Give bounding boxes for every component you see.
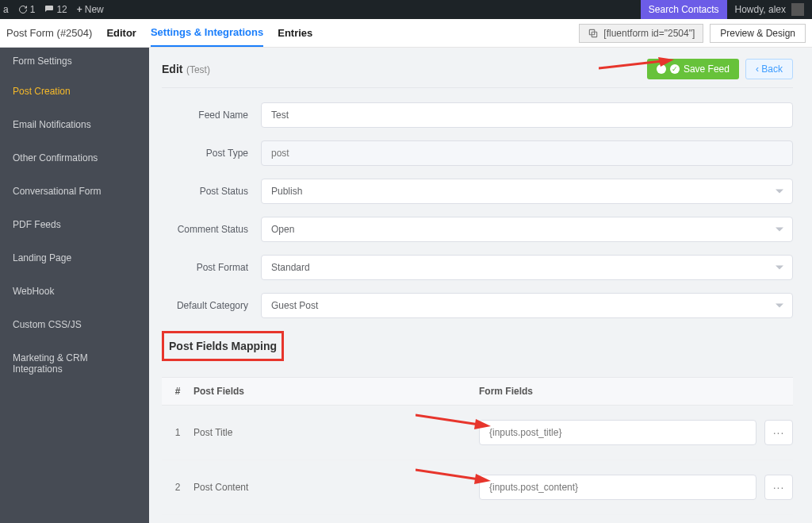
row-idx: 2: [162, 482, 193, 493]
label-post-format: Post Format: [162, 262, 261, 273]
new-label: New: [85, 4, 104, 15]
sidebar-item-conversational-form[interactable]: Conversational Form: [0, 175, 149, 208]
tab-entries[interactable]: Entries: [278, 20, 312, 46]
mapping-row: 2 Post Content ···: [162, 460, 793, 515]
label-post-status: Post Status: [162, 186, 261, 197]
label-comment-status: Comment Status: [162, 224, 261, 235]
select-post-format[interactable]: [261, 255, 793, 280]
page-title: Post Form (#2504): [6, 27, 92, 39]
shortcode-text: [fluentform id="2504"]: [603, 28, 695, 39]
row-form-field-input[interactable]: [479, 420, 756, 445]
page-header: Post Form (#2504) Editor Settings & Inte…: [0, 19, 812, 48]
howdy-text: Howdy, alex: [735, 4, 786, 15]
select-comment-status[interactable]: [261, 217, 793, 242]
comment-icon: [44, 5, 54, 14]
row-more-button[interactable]: ···: [764, 420, 793, 445]
mapping-table-head: # Post Fields Form Fields: [162, 377, 793, 406]
col-head-form-fields: Form Fields: [479, 386, 793, 397]
mapping-row: 3 Post Excerpt ···: [162, 515, 793, 523]
edit-subtitle: (Test): [186, 64, 210, 75]
input-feed-name[interactable]: [261, 102, 793, 128]
sidebar-item-landing-page[interactable]: Landing Page: [0, 241, 149, 275]
preview-design-button[interactable]: Preview & Design: [710, 24, 806, 43]
admin-bar-site-cut[interactable]: a: [3, 4, 9, 15]
settings-sidebar: Form Settings Post Creation Email Notifi…: [0, 48, 149, 523]
row-form-field-input[interactable]: [479, 475, 756, 500]
wp-admin-bar: a 1 12 + New Search Contacts Howdy, alex: [0, 0, 812, 19]
label-post-type: Post Type: [162, 148, 261, 159]
sidebar-item-email-notifications[interactable]: Email Notifications: [0, 108, 149, 141]
select-default-category[interactable]: [261, 293, 793, 318]
save-feed-label: Save Feed: [684, 63, 730, 75]
update-icon: [18, 5, 28, 14]
admin-bar-comments[interactable]: 12: [44, 4, 67, 15]
sidebar-item-marketing-crm[interactable]: Marketing & CRM Integrations: [0, 341, 149, 386]
edit-title: Edit: [162, 63, 182, 75]
check-icon: ✓: [670, 64, 680, 74]
label-feed-name: Feed Name: [162, 110, 261, 121]
select-post-status[interactable]: [261, 179, 793, 204]
mapping-row: 1 Post Title ···: [162, 406, 793, 460]
back-label: Back: [761, 63, 783, 75]
shortcode-button[interactable]: [fluentform id="2504"]: [579, 24, 703, 43]
updates-count: 1: [30, 4, 36, 15]
plus-icon: +: [77, 4, 82, 15]
sidebar-item-webhook[interactable]: WebHook: [0, 275, 149, 308]
sidebar-item-custom-css-js[interactable]: Custom CSS/JS: [0, 308, 149, 341]
svg-line-6: [416, 470, 479, 479]
back-button[interactable]: ‹ Back: [745, 59, 793, 79]
row-more-button[interactable]: ···: [764, 475, 793, 500]
tab-editor[interactable]: Editor: [106, 20, 136, 46]
search-contacts-button[interactable]: Search Contacts: [641, 0, 727, 19]
howdy-user[interactable]: Howdy, alex: [727, 3, 812, 16]
svg-line-4: [416, 415, 479, 425]
col-head-idx: #: [162, 386, 193, 397]
row-post-field: Post Title: [193, 427, 479, 438]
col-head-post-fields: Post Fields: [193, 386, 479, 397]
sidebar-item-pdf-feeds[interactable]: PDF Feeds: [0, 208, 149, 241]
admin-bar-updates[interactable]: 1: [18, 4, 36, 15]
copy-icon: [588, 28, 599, 39]
main-content: Edit (Test) ✓ Save Feed ‹ Back Fe: [149, 48, 812, 523]
input-post-type: [261, 140, 793, 166]
label-default-category: Default Category: [162, 300, 261, 311]
sidebar-item-other-confirmations[interactable]: Other Confirmations: [0, 141, 149, 175]
comments-count: 12: [56, 4, 67, 15]
row-idx: 1: [162, 427, 193, 438]
row-post-field: Post Content: [193, 482, 479, 493]
sidebar-item-form-settings[interactable]: Form Settings: [0, 48, 149, 75]
avatar: [791, 3, 804, 16]
admin-bar-new[interactable]: + New: [77, 4, 104, 15]
save-feed-button[interactable]: ✓ Save Feed: [647, 59, 739, 79]
post-fields-mapping-title: Post Fields Mapping: [162, 331, 284, 361]
tab-settings[interactable]: Settings & Integrations: [151, 19, 263, 47]
sidebar-item-post-creation[interactable]: Post Creation: [0, 75, 149, 108]
